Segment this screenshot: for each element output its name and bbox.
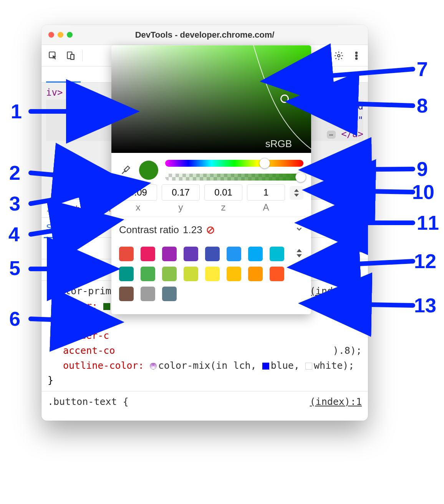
titlebar: DevTools - developer.chrome.com/	[41, 25, 368, 45]
contrast-row[interactable]: Contrast ratio 1.23	[111, 217, 311, 243]
svg-rect-2	[71, 54, 74, 59]
device-toggle-icon[interactable]	[65, 50, 77, 62]
svg-line-11	[208, 228, 212, 232]
spectrum-cursor[interactable]	[280, 94, 289, 103]
svg-point-7	[356, 58, 357, 59]
css-prop[interactable]: border-c	[63, 330, 109, 341]
annotation-13: 13	[414, 294, 436, 317]
y-input[interactable]	[162, 184, 200, 201]
dom-frag: rimary d	[319, 101, 363, 112]
annotation-10: 10	[412, 181, 434, 204]
palette-swatch[interactable]	[248, 247, 263, 261]
gamut-label: sRGB	[265, 138, 292, 150]
x-input[interactable]	[119, 184, 157, 201]
crumb-item[interactable]: ard.hairlin	[55, 204, 111, 214]
color-preview	[139, 161, 158, 180]
format-switch-icon[interactable]	[290, 186, 303, 200]
annotation-1: 1	[11, 100, 22, 123]
window-title: DevTools - developer.chrome.com/	[41, 30, 368, 40]
color-swatch[interactable]	[262, 363, 269, 370]
kebab-icon[interactable]	[350, 50, 363, 62]
annotation-7: 7	[417, 58, 428, 81]
palette-swatch[interactable]	[141, 247, 155, 261]
css-prop[interactable]: backgr	[63, 315, 98, 326]
zoom-icon[interactable]	[67, 32, 73, 38]
traffic-lights	[48, 32, 73, 38]
palette-swatch[interactable]	[270, 247, 284, 261]
cls-icon[interactable]	[351, 242, 365, 255]
tab-styles[interactable]: Styles	[46, 222, 71, 233]
color-swatch[interactable]	[150, 363, 157, 370]
palette-swatch[interactable]	[184, 267, 198, 281]
annotation-4: 4	[8, 223, 20, 246]
palette-swatch[interactable]	[205, 247, 220, 261]
minimize-icon[interactable]	[58, 32, 63, 38]
crumb-ellipsis[interactable]: …	[47, 204, 52, 214]
hue-slider[interactable]	[165, 160, 303, 167]
dom-frag: utton"	[330, 115, 363, 126]
value-inputs: x y z A	[111, 184, 311, 217]
css-prop[interactable]: color:	[63, 300, 98, 312]
palette-swatch[interactable]	[227, 267, 241, 281]
svg-point-6	[356, 55, 357, 56]
palette-swatch[interactable]	[205, 267, 220, 281]
dom-frag: iv>	[46, 87, 63, 98]
palette-swatch[interactable]	[162, 287, 177, 301]
annotation-9: 9	[417, 158, 428, 181]
a-input[interactable]	[247, 184, 285, 201]
palette-swatch[interactable]	[227, 247, 241, 261]
css-selector[interactable]: .color-prima	[48, 285, 117, 297]
palette	[111, 243, 311, 314]
palette-swatch[interactable]	[141, 267, 155, 281]
color-swatch[interactable]	[305, 363, 312, 370]
color-swatch[interactable]	[103, 303, 110, 310]
palette-swatch[interactable]	[162, 267, 177, 281]
css-source-link[interactable]: (index):1	[310, 284, 362, 299]
annotation-3: 3	[9, 192, 20, 215]
contrast-label: Contrast ratio	[119, 224, 179, 236]
css-prop[interactable]: accent-co	[63, 345, 115, 356]
settings-icon[interactable]	[333, 50, 345, 62]
ellipsis-icon[interactable]: ⋯	[327, 131, 336, 139]
fail-icon	[206, 226, 215, 234]
palette-swatch[interactable]	[248, 267, 263, 281]
z-input[interactable]	[204, 184, 242, 201]
hov-icon[interactable]	[334, 242, 348, 255]
annotation-5: 5	[9, 257, 20, 280]
annotation-8: 8	[417, 94, 428, 117]
inspect-icon[interactable]	[47, 50, 59, 62]
palette-swatch[interactable]	[184, 247, 198, 261]
palette-swatch[interactable]	[119, 267, 134, 281]
spectrum[interactable]: sRGB	[111, 45, 311, 153]
svg-point-5	[356, 52, 357, 53]
palette-swatch[interactable]	[119, 247, 134, 261]
close-icon[interactable]	[48, 32, 54, 38]
svg-point-4	[338, 54, 340, 57]
tab-computed[interactable]: Cor	[83, 222, 98, 233]
contrast-value: 1.23	[183, 224, 202, 236]
svg-rect-8	[339, 245, 344, 252]
eyedropper-icon[interactable]	[119, 164, 132, 177]
annotation-11: 11	[417, 211, 439, 234]
css-selector[interactable]: .button-text {	[48, 396, 129, 407]
alpha-slider[interactable]	[165, 174, 303, 181]
palette-switch-icon[interactable]	[297, 249, 303, 259]
palette-swatch[interactable]	[270, 267, 284, 281]
css-prop[interactable]: outline-color:	[63, 360, 144, 371]
crumb-item[interactable]: a.outl	[332, 204, 363, 214]
dom-frag: </a>	[341, 129, 363, 139]
palette-swatch[interactable]	[162, 247, 177, 261]
palette-swatch[interactable]	[119, 287, 134, 301]
annotation-2: 2	[9, 161, 20, 184]
annotation-6: 6	[9, 307, 20, 330]
chevron-down-icon[interactable]	[295, 224, 303, 236]
palette-swatch[interactable]	[141, 287, 155, 301]
annotation-12: 12	[414, 250, 436, 273]
css-source-link[interactable]: (index):1	[310, 395, 362, 410]
color-picker: sRGB x y z A Contrast ratio 1.23	[111, 45, 311, 314]
